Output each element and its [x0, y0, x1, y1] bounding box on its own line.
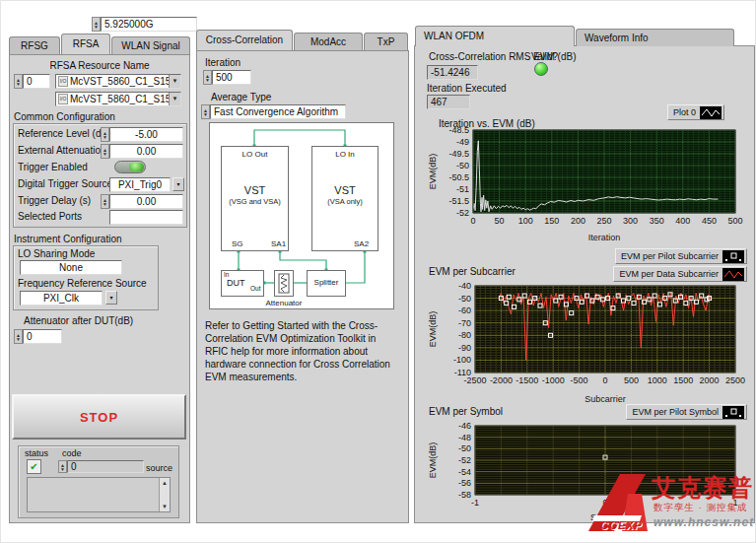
vst2-subtitle: (VSA only) [311, 197, 378, 206]
external-attenuation-spinner[interactable]: ▲▼ [101, 144, 109, 159]
vst1-subtitle: (VSG and VSA) [221, 197, 289, 206]
svg-text:1000: 1000 [648, 375, 667, 385]
tab-wlan-signal[interactable]: WLAN Signal [111, 36, 190, 54]
freq-ref-source-label: Frequency Reference Source [18, 278, 147, 289]
attenuator-after-dut-field[interactable]: 0 [23, 329, 62, 344]
rf-config-panel: ▲▼ 5.925000G RFSG RFSA WLAN Signal RFSA … [9, 15, 190, 523]
pilot-subcarrier-legend[interactable]: EVM per Pilot Subcarrier [615, 248, 747, 264]
freq-ref-ring-button[interactable]: ▾ [105, 291, 117, 305]
external-attenuation-field[interactable]: 0.00 [109, 144, 183, 159]
rfsa-device2-combo[interactable]: I/O McVST_5860_C1_S15/1 ▼ [55, 92, 181, 106]
svg-text:-56: -56 [458, 478, 471, 488]
square-marker-icon [722, 250, 744, 263]
tab-txp[interactable]: TxP [364, 33, 408, 50]
lo-sharing-label: LO Sharing Mode [18, 248, 95, 259]
freq-ref-source-field[interactable]: PXI_Clk [20, 291, 103, 305]
digital-trigger-source-field[interactable]: PXI_Trig0 [109, 177, 171, 192]
common-config-label: Common Configuration [14, 111, 115, 122]
status-label: status [25, 448, 48, 458]
dut-in-label: In [224, 271, 229, 278]
sg-port-label: SG [232, 239, 243, 248]
svg-text:-1: -1 [471, 498, 479, 508]
source-scrollbar[interactable]: ▲▼ [159, 478, 170, 511]
reference-level-spinner[interactable]: ▲▼ [101, 127, 109, 142]
stop-button[interactable]: STOP [12, 394, 186, 440]
scroll-down-icon[interactable]: ▼ [162, 502, 168, 511]
source-label: source [146, 463, 172, 473]
labview-front-panel: ▲▼ 5.925000G RFSG RFSA WLAN Signal RFSA … [0, 0, 756, 543]
attenuator-after-dut-spinner[interactable]: ▲▼ [14, 329, 23, 344]
resource-index-spinner[interactable]: ▲▼ [14, 74, 23, 89]
svg-text:250: 250 [596, 216, 611, 226]
device2-value: McVST_5860_C1_S15/1 [70, 94, 169, 104]
iteration-executed-label: Iteration Executed [427, 83, 507, 94]
iteration-label: Iteration [205, 57, 241, 68]
selected-ports-field[interactable] [109, 210, 183, 225]
results-panel: WLAN OFDM Waveform Info Cross-Correlatio… [414, 15, 755, 523]
selected-ports-label: Selected Ports [18, 211, 82, 222]
iteration-spinner[interactable]: ▲▼ [203, 70, 212, 85]
common-config-group: Reference Level (dBm) ▲▼ -5.00 External … [13, 123, 187, 228]
tab-wlan-ofdm[interactable]: WLAN OFDM [415, 26, 575, 46]
svg-text:-51: -51 [456, 184, 469, 194]
chevron-down-icon[interactable]: ▼ [169, 75, 180, 88]
chart3-title: EVM per Symbol [429, 406, 503, 417]
chevron-down-icon[interactable]: ▼ [169, 93, 180, 105]
svg-text:-46: -46 [458, 422, 471, 431]
tab-waveform-info[interactable]: Waveform Info [576, 29, 734, 46]
trigger-delay-spinner[interactable]: ▲▼ [101, 194, 109, 209]
status-check-icon: ✔ [27, 459, 41, 474]
svg-text:-52: -52 [456, 208, 469, 218]
instrument-config-group: LO Sharing Mode None Frequency Reference… [13, 245, 159, 310]
scroll-up-icon[interactable]: ▲ [162, 478, 168, 488]
svg-text:-49.5: -49.5 [448, 149, 469, 159]
resource-index-field[interactable]: 0 [23, 74, 50, 89]
average-type-label: Average Type [211, 92, 271, 102]
svg-text:-58: -58 [458, 490, 471, 500]
svg-text:EVM(dB): EVM(dB) [428, 154, 438, 190]
rfsa-device1-combo[interactable]: I/O McVST_5860_C1_S15/0 ▼ [55, 74, 181, 89]
line-plot-icon [700, 106, 722, 119]
trigger-enabled-toggle[interactable] [114, 161, 146, 173]
frequency-field[interactable]: 5.925000G [101, 17, 197, 32]
svg-text:200: 200 [571, 216, 585, 226]
rms-evm-field: -51.4246 [427, 65, 478, 80]
red-line-plot-icon [722, 268, 744, 281]
reference-level-field[interactable]: -5.00 [109, 127, 183, 142]
lo-sharing-field[interactable]: None [20, 260, 122, 275]
frequency-spinner[interactable]: ▲▼ [92, 17, 101, 32]
measurement-config-panel: Cross-Correlation ModAcc TxP Iteration ▲… [196, 15, 409, 523]
svg-text:0: 0 [602, 375, 607, 385]
hardware-connection-diagram: LO Out LO In VST (VSG and VSA) VST (VSA … [209, 122, 394, 309]
device1-value: McVST_5860_C1_S15/0 [70, 76, 169, 87]
svg-text:EVM(dB): EVM(dB) [428, 311, 438, 348]
splitter-label: Splitter [307, 278, 346, 287]
tab-rfsg[interactable]: RFSG [9, 36, 60, 54]
svg-text:50: 50 [495, 216, 505, 226]
svg-text:-80: -80 [458, 330, 471, 340]
svg-text:-52: -52 [458, 455, 471, 465]
plot0-legend[interactable]: Plot 0 [667, 104, 724, 120]
svg-text:2000: 2000 [700, 375, 720, 385]
digital-trigger-ring-button[interactable]: ▾ [172, 177, 184, 191]
tab-modacc[interactable]: ModAcc [294, 33, 363, 50]
watermark-cn: 艾克赛普 [652, 472, 754, 504]
tab-rfsa[interactable]: RFSA [61, 34, 110, 54]
svg-text:300: 300 [623, 216, 638, 226]
pilot-symbol-legend-label: EVM per Pilot Symbol [632, 407, 719, 417]
average-type-field[interactable]: Fast Convergence Algorithm [210, 104, 346, 119]
iteration-field[interactable]: 500 [212, 70, 251, 85]
svg-text:0: 0 [470, 216, 475, 226]
watermark-url[interactable]: www.hncsw.net [653, 515, 754, 529]
visa-resource-icon: I/O [58, 76, 68, 87]
svg-text:Iteration: Iteration [588, 233, 621, 242]
square-marker-icon [722, 406, 744, 419]
trigger-delay-field[interactable]: 0.00 [109, 194, 183, 209]
sa1-port-label: SA1 [271, 239, 286, 248]
pilot-symbol-legend[interactable]: EVM per Pilot Symbol [626, 404, 747, 420]
valid-label: Valid? [531, 51, 558, 62]
lo-in-label: LO In [311, 150, 378, 159]
tab-cross-correlation[interactable]: Cross-Correlation [196, 30, 293, 50]
average-type-spinner[interactable]: ▲▼ [201, 104, 210, 119]
svg-text:400: 400 [675, 216, 690, 226]
